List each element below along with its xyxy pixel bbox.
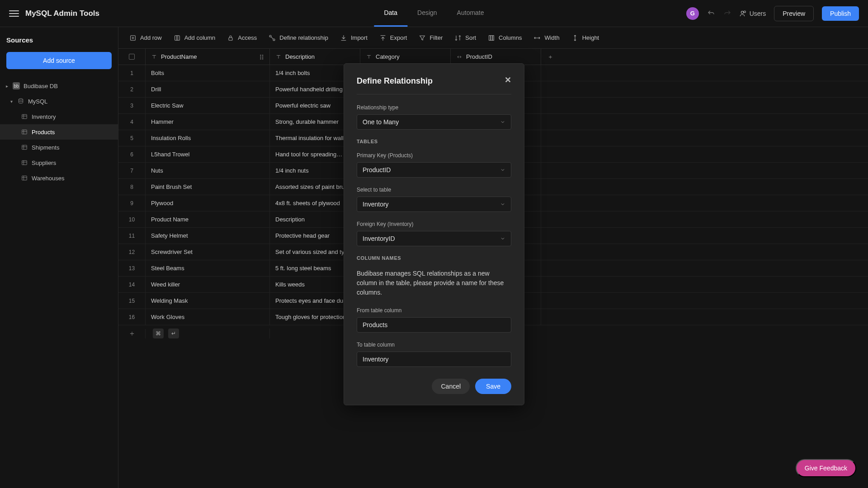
tables-section-label: TABLES xyxy=(357,139,511,144)
select-to-label: Select to table xyxy=(357,187,511,193)
cell-productname[interactable]: Bolts xyxy=(146,65,270,81)
tree-node-mysql[interactable]: ▾ MySQL xyxy=(0,94,118,109)
cell-productname[interactable]: Paint Brush Set xyxy=(146,179,270,195)
tree-node-products[interactable]: Products xyxy=(0,124,118,140)
chevron-down-icon xyxy=(500,119,505,125)
column-names-help: Budibase manages SQL relationships as a … xyxy=(357,269,511,297)
columns-button[interactable]: Columns xyxy=(482,32,527,44)
tree-node-shipments[interactable]: Shipments xyxy=(0,140,118,155)
table-icon xyxy=(21,174,28,182)
svg-rect-4 xyxy=(22,130,27,134)
import-button[interactable]: Import xyxy=(335,32,373,44)
app-title: MySQL Admin Tools xyxy=(25,9,99,18)
add-column-icon[interactable]: ＋ xyxy=(541,49,559,65)
tab-design[interactable]: Design xyxy=(407,0,447,27)
tree-label: Suppliers xyxy=(32,160,56,166)
column-header-productname[interactable]: ProductName ●●●●●● xyxy=(146,49,270,65)
row-number: 14 xyxy=(118,277,146,292)
cell-productname[interactable]: L5hand Trowel xyxy=(146,146,270,162)
cell-productname[interactable]: Weed killer xyxy=(146,277,270,292)
svg-rect-14 xyxy=(491,35,492,40)
row-number: 16 xyxy=(118,309,146,325)
cell-productname[interactable]: Product Name xyxy=(146,211,270,227)
plus-icon: ＋ xyxy=(118,329,146,338)
tree-label: Budibase DB xyxy=(24,83,58,89)
column-header-description[interactable]: Description xyxy=(270,49,360,65)
tree-node-inventory[interactable]: Inventory xyxy=(0,109,118,124)
add-column-button[interactable]: Add column xyxy=(168,32,221,44)
add-source-button[interactable]: Add source xyxy=(6,52,112,69)
column-names-section-label: COLUMN NAMES xyxy=(357,255,511,261)
svg-point-0 xyxy=(741,11,743,13)
column-header-productid[interactable]: ProductID xyxy=(451,49,541,65)
height-button[interactable]: Height xyxy=(566,32,605,44)
tab-data[interactable]: Data xyxy=(374,0,407,27)
svg-rect-7 xyxy=(22,176,27,180)
cell-productname[interactable]: Electric Saw xyxy=(146,98,270,113)
cell-productname[interactable]: Plywood xyxy=(146,195,270,211)
row-number: 15 xyxy=(118,293,146,309)
select-all-cell[interactable] xyxy=(118,49,146,65)
sort-button[interactable]: Sort xyxy=(449,32,481,44)
database-icon xyxy=(17,98,24,105)
cell-productname[interactable]: Screwdriver Set xyxy=(146,244,270,260)
undo-icon[interactable] xyxy=(707,9,715,18)
rel-type-select[interactable]: One to Many xyxy=(357,114,511,130)
cancel-button[interactable]: Cancel xyxy=(432,379,470,394)
width-button[interactable]: Width xyxy=(528,32,565,44)
avatar[interactable]: G xyxy=(686,7,699,20)
tree-node-warehouses[interactable]: Warehouses xyxy=(0,170,118,186)
tree-label: Inventory xyxy=(32,113,56,120)
preview-button[interactable]: Preview xyxy=(774,6,814,21)
row-number: 13 xyxy=(118,260,146,276)
give-feedback-button[interactable]: Give Feedback xyxy=(796,459,856,477)
enter-shortcut-icon: ↵ xyxy=(168,328,179,338)
cell-productname[interactable]: Steel Beams xyxy=(146,260,270,276)
cell-productname[interactable]: Drill xyxy=(146,81,270,97)
users-label: Users xyxy=(750,10,766,17)
tree-label: Products xyxy=(32,129,55,136)
budibase-icon: bb xyxy=(13,82,20,89)
menu-icon[interactable] xyxy=(9,9,19,19)
filter-button[interactable]: Filter xyxy=(413,32,448,44)
column-header-category[interactable]: Category xyxy=(360,49,451,65)
redo-icon[interactable] xyxy=(723,9,731,18)
grid-header: ProductName ●●●●●● Description Category … xyxy=(118,49,868,65)
tree-label: MySQL xyxy=(28,98,47,105)
export-button[interactable]: Export xyxy=(374,32,413,44)
source-tree: ▸ bb Budibase DB ▾ MySQL Inventory Produ… xyxy=(0,78,118,186)
to-col-input[interactable] xyxy=(357,352,511,367)
tree-node-suppliers[interactable]: Suppliers xyxy=(0,155,118,170)
close-icon[interactable]: ✕ xyxy=(502,75,513,85)
topbar: MySQL Admin Tools Data Design Automate G… xyxy=(0,0,868,27)
select-to-table-select[interactable]: Inventory xyxy=(357,197,511,212)
column-menu-icon[interactable]: ●●●●●● xyxy=(260,54,264,60)
svg-rect-15 xyxy=(493,35,494,40)
cell-productname[interactable]: Safety Helmet xyxy=(146,228,270,244)
svg-rect-13 xyxy=(489,35,491,40)
tree-node-budibase-db[interactable]: ▸ bb Budibase DB xyxy=(0,78,118,94)
publish-button[interactable]: Publish xyxy=(822,6,859,21)
cell-productname[interactable]: Welding Mask xyxy=(146,293,270,309)
topbar-right: G Users Preview Publish xyxy=(686,6,859,21)
chevron-down-icon xyxy=(500,236,505,241)
define-relationship-button[interactable]: Define relationship xyxy=(263,32,334,44)
access-button[interactable]: Access xyxy=(222,32,262,44)
cell-productname[interactable]: Work Gloves xyxy=(146,309,270,325)
from-col-label: From table column xyxy=(357,307,511,314)
users-link[interactable]: Users xyxy=(740,10,766,17)
sidebar-title: Sources xyxy=(0,34,118,52)
from-col-input[interactable] xyxy=(357,317,511,333)
caret-right-icon: ▸ xyxy=(5,84,9,89)
save-button[interactable]: Save xyxy=(475,379,511,394)
add-row-button[interactable]: Add row xyxy=(124,32,167,44)
cell-productname[interactable]: Hammer xyxy=(146,114,270,130)
cell-productname[interactable]: Insulation Rolls xyxy=(146,130,270,146)
row-number: 12 xyxy=(118,244,146,260)
sidebar: Sources Add source ▸ bb Budibase DB ▾ My… xyxy=(0,27,118,488)
cell-productname[interactable]: Nuts xyxy=(146,163,270,178)
primary-key-select[interactable]: ProductID xyxy=(357,162,511,178)
svg-rect-3 xyxy=(22,114,27,118)
foreign-key-select[interactable]: InventoryID xyxy=(357,231,511,246)
tab-automate[interactable]: Automate xyxy=(447,0,494,27)
